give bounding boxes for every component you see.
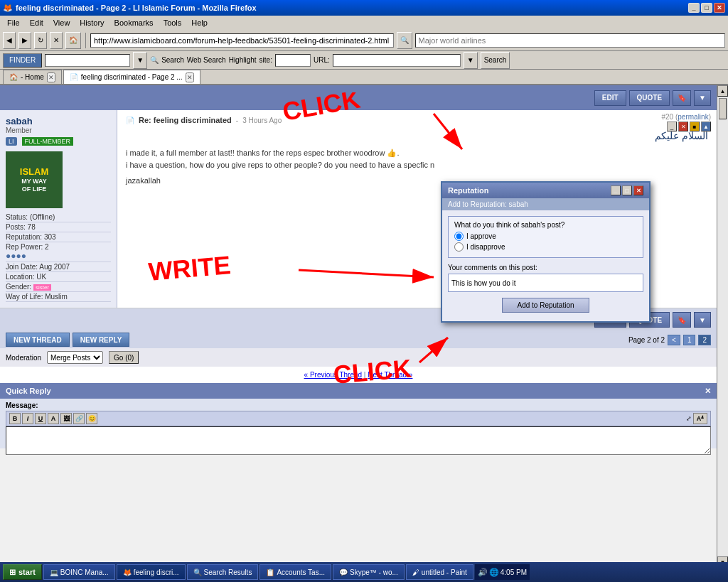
thread-links: « Previous Thread | Next Thread » [0,367,717,383]
maximize-button[interactable]: □ [701,3,712,13]
user-reputation: Reputation: 303 [6,232,111,242]
rep-approve-radio[interactable]: I approve [454,232,637,241]
image-button[interactable]: 🖼 [60,413,72,424]
font-size-button[interactable]: A⁴ [693,413,707,424]
rep-approve-input[interactable] [454,232,464,241]
stop-button[interactable]: ✕ [50,32,63,49]
rep-popup-min[interactable]: _ [611,185,621,195]
reply-textarea[interactable] [6,426,711,455]
right-scrollbar[interactable]: ▲ ▼ [717,85,728,568]
finder-input[interactable] [45,54,130,67]
italic-button[interactable]: I [22,413,33,424]
search-button[interactable]: 🔍 [397,32,412,49]
bookmark-button-top[interactable]: 🔖 [673,90,691,106]
menu-help[interactable]: Help [187,17,212,28]
popup-min[interactable]: _ [667,122,677,131]
tab-forum[interactable]: 📄 feeling discriminated - Page 2 ... ✕ [63,70,200,84]
taskbar-skype[interactable]: 💬 Skype™ - wo... [333,564,405,580]
popup-btn3[interactable]: ■ [690,122,700,131]
menu-file[interactable]: File [3,17,24,28]
taskbar-search-icon: 🔍 [193,568,202,576]
prev-page-button[interactable]: < [668,335,680,345]
bookmark-button-bottom[interactable]: 🔖 [673,312,691,328]
taskbar-feeling[interactable]: 🦊 feeling discri... [117,564,186,580]
rep-question-box: What do you think of sabah's post? I app… [448,216,643,258]
post-body-line1: i made it, a full member at last!! thank… [126,147,708,159]
finder-dropdown[interactable]: ▼ [133,52,147,69]
site-label: site: [259,56,272,64]
menu-edit[interactable]: Edit [26,17,48,28]
user-join-date: Join Date: Aug 2007 [6,262,111,272]
toolbar2-highlight-label: Highlight [229,56,257,64]
tab-forum-label: feeling discriminated - Page 2 ... [81,73,183,81]
page-label: Page 2 of 2 [628,336,665,344]
down-button-top[interactable]: ▼ [694,90,711,106]
user-name: sabah [6,116,111,126]
main-area: EDIT QUOTE 🔖 ▼ #20 (permalink) _ ✕ ■ ▲ [0,85,728,568]
taskbar-search[interactable]: 🔍 Search Results [187,564,259,580]
menu-tools[interactable]: Tools [159,17,186,28]
emoji-button[interactable]: 😊 [86,413,97,424]
new-thread-button[interactable]: NEW THREAD [6,333,70,347]
rep-popup-max[interactable]: □ [622,185,632,195]
moderation-go[interactable]: Go (0) [109,351,139,364]
toolbar-expand[interactable]: ⤢ [686,415,692,422]
next-thread-link[interactable]: Next Thread » [368,371,412,379]
page1-button[interactable]: 1 [683,335,696,345]
rep-popup-close[interactable]: ✕ [633,185,643,195]
scroll-up[interactable]: ▲ [717,85,728,97]
quick-reply-close[interactable]: ✕ [705,387,711,396]
search-btn[interactable]: Search [481,52,510,69]
color-button[interactable]: A [48,413,59,424]
popup-close[interactable]: ✕ [678,122,688,131]
url-dropdown[interactable]: ▼ [464,52,478,69]
url-input[interactable] [333,54,461,67]
minimize-button[interactable]: _ [688,3,700,13]
forum-page: EDIT QUOTE 🔖 ▼ #20 (permalink) _ ✕ ■ ▲ [0,85,717,568]
start-button[interactable]: ⊞ start [3,564,42,580]
page2-button[interactable]: 2 [698,335,711,345]
forward-button[interactable]: ▶ [18,32,31,49]
reload-button[interactable]: ↻ [34,32,47,49]
popup-btn4[interactable]: ▲ [701,122,711,131]
menu-history[interactable]: History [75,17,108,28]
down-button-bottom[interactable]: ▼ [694,312,711,328]
quick-reply-title: Quick Reply [6,387,51,395]
scroll-thumb[interactable] [719,98,727,119]
tab-forum-close[interactable]: ✕ [186,72,194,82]
address-input[interactable] [90,33,394,48]
rep-disapprove-input[interactable] [454,242,464,252]
search-input[interactable] [415,33,726,48]
badge-li: LI [6,137,17,146]
link-button[interactable]: 🔗 [73,413,85,424]
tab-home[interactable]: 🏠 - Home ✕ [3,70,62,84]
quick-reply-content: Message: B I U A 🖼 🔗 😊 ⤢ A⁴ [0,399,717,448]
taskbar-paint[interactable]: 🖌 untitled - Paint [406,564,473,580]
new-reply-button[interactable]: NEW REPLY [73,333,130,347]
underline-button[interactable]: U [35,413,46,424]
home-button[interactable]: 🏠 [65,32,81,49]
post-header: 📄 Re: feeling discriminated - 3 Hours Ag… [126,116,708,124]
site-select[interactable] [275,54,311,67]
tab-home-close[interactable]: ✕ [47,72,55,82]
forum-top-banner: EDIT QUOTE 🔖 ▼ [0,85,717,110]
close-button[interactable]: ✕ [714,3,725,13]
quote-button-top[interactable]: QUOTE [629,90,670,106]
search-label: Search [161,56,184,64]
post-number: #20 (permalink) [662,113,712,121]
user-rank: Member [6,126,111,134]
rep-comment-input[interactable] [448,274,643,292]
rep-submit-button[interactable]: Add to Reputation [502,298,589,313]
rep-disapprove-radio[interactable]: I disapprove [454,242,637,252]
finder-button[interactable]: FINDER [3,53,42,68]
bold-button[interactable]: B [9,413,21,424]
menu-bookmarks[interactable]: Bookmarks [110,17,158,28]
moderation-select[interactable]: Merge Posts [47,351,103,364]
edit-button-top[interactable]: EDIT [594,90,626,106]
taskbar-boinc[interactable]: 💻 BOINC Mana... [43,564,115,580]
menu-view[interactable]: View [49,17,75,28]
taskbar-accounts[interactable]: 📋 Accounts Tas... [259,564,331,580]
prev-thread-link[interactable]: « Previous Thread [304,371,363,379]
back-button[interactable]: ◀ [3,32,16,49]
firefox-icon: 🦊 [3,4,13,13]
